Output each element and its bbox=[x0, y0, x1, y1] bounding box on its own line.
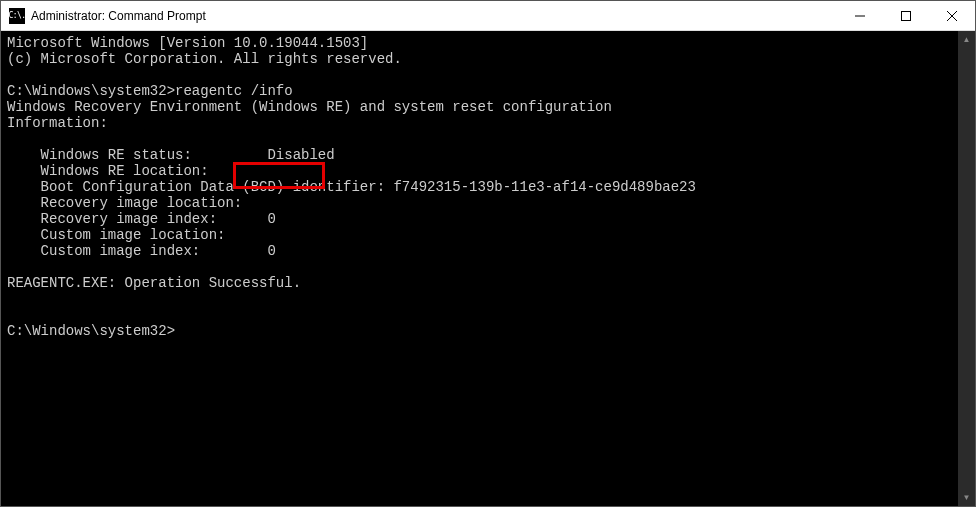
title-bar[interactable]: C:\. Administrator: Command Prompt bbox=[1, 1, 975, 31]
minimize-icon bbox=[855, 11, 865, 21]
re-status-label: Windows RE status: bbox=[7, 147, 267, 163]
scroll-down-arrow-icon[interactable]: ▼ bbox=[958, 489, 975, 506]
window-title: Administrator: Command Prompt bbox=[31, 9, 206, 23]
maximize-button[interactable] bbox=[883, 1, 929, 31]
output-subheader: Information: bbox=[7, 115, 108, 131]
output-header: Windows Recovery Environment (Windows RE… bbox=[7, 99, 612, 115]
terminal-output[interactable]: Microsoft Windows [Version 10.0.19044.15… bbox=[1, 31, 958, 506]
bcd-row: Boot Configuration Data (BCD) identifier… bbox=[7, 179, 696, 195]
recovery-image-index-row: Recovery image index: 0 bbox=[7, 211, 276, 227]
custom-image-index-row: Custom image index: 0 bbox=[7, 243, 276, 259]
copyright-line: (c) Microsoft Corporation. All rights re… bbox=[7, 51, 402, 67]
prompt-path: C:\Windows\system32> bbox=[7, 83, 175, 99]
svg-rect-1 bbox=[902, 11, 911, 20]
custom-image-location-row: Custom image location: bbox=[7, 227, 225, 243]
command-input: reagentc /info bbox=[175, 83, 293, 99]
re-location-row: Windows RE location: bbox=[7, 163, 209, 179]
re-status-value: Disabled bbox=[267, 147, 334, 163]
content-area: Microsoft Windows [Version 10.0.19044.15… bbox=[1, 31, 975, 506]
command-prompt-window: C:\. Administrator: Command Prompt Micro… bbox=[0, 0, 976, 507]
cmd-icon: C:\. bbox=[9, 8, 25, 24]
minimize-button[interactable] bbox=[837, 1, 883, 31]
prompt-path: C:\Windows\system32> bbox=[7, 323, 175, 339]
close-icon bbox=[947, 11, 957, 21]
operation-result: REAGENTC.EXE: Operation Successful. bbox=[7, 275, 301, 291]
close-button[interactable] bbox=[929, 1, 975, 31]
version-line: Microsoft Windows [Version 10.0.19044.15… bbox=[7, 35, 368, 51]
vertical-scrollbar[interactable]: ▲ ▼ bbox=[958, 31, 975, 506]
scroll-up-arrow-icon[interactable]: ▲ bbox=[958, 31, 975, 48]
maximize-icon bbox=[901, 11, 911, 21]
recovery-image-location-row: Recovery image location: bbox=[7, 195, 242, 211]
